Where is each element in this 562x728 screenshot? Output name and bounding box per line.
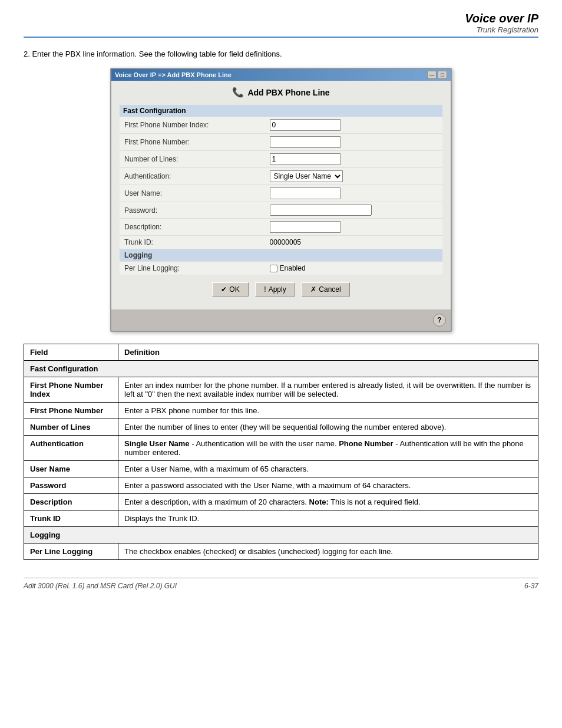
- table-row: Trunk ID: 00000005: [120, 236, 442, 249]
- cancel-button[interactable]: ✗ Cancel: [302, 282, 349, 297]
- logging-section-label: Logging: [24, 527, 538, 543]
- dialog-title-text: Voice Over IP => Add PBX Phone Line: [115, 71, 232, 78]
- dialog-window: Voice Over IP => Add PBX Phone Line ― □ …: [110, 68, 452, 332]
- definition-cell: Enter the number of lines to enter (they…: [118, 419, 538, 436]
- definition-cell: Enter a PBX phone number for this line.: [118, 403, 538, 419]
- field-label: User Name:: [120, 185, 265, 202]
- dialog-titlebar: Voice Over IP => Add PBX Phone Line ― □: [111, 69, 451, 81]
- field-label: Trunk ID:: [120, 236, 265, 249]
- list-item: Per Line Logging The checkbox enables (c…: [24, 543, 538, 560]
- list-item: Trunk ID Displays the Trunk ID.: [24, 510, 538, 527]
- field-label: Description:: [120, 219, 265, 236]
- checkmark-icon: ✔: [221, 285, 227, 294]
- field-name-cell: Description: [24, 494, 118, 510]
- field-label: Number of Lines:: [120, 151, 265, 168]
- dialog-footer: ?: [111, 309, 451, 331]
- list-item: User Name Enter a User Name, with a maxi…: [24, 461, 538, 477]
- field-label: First Phone Number Index:: [120, 117, 265, 134]
- username-input[interactable]: [270, 187, 340, 199]
- page-subtitle: Trunk Registration: [24, 25, 538, 34]
- field-name-cell: Password: [24, 477, 118, 494]
- description-input[interactable]: [270, 221, 340, 233]
- ok-button[interactable]: ✔ OK: [212, 282, 248, 297]
- field-name-cell: First Phone Number Index: [24, 377, 118, 403]
- help-button[interactable]: ?: [433, 314, 446, 327]
- per-line-logging-checkbox[interactable]: [270, 265, 277, 272]
- field-name-cell: Trunk ID: [24, 510, 118, 527]
- number-of-lines-input[interactable]: [270, 153, 340, 165]
- apply-button[interactable]: ! Apply: [255, 282, 295, 297]
- table-row: First Phone Number Index:: [120, 117, 442, 134]
- maximize-button[interactable]: □: [438, 71, 447, 79]
- table-row: Authentication: Single User Name Phone N…: [120, 168, 442, 185]
- form-table: First Phone Number Index: First Phone Nu…: [120, 117, 442, 275]
- field-name-cell: Per Line Logging: [24, 543, 118, 560]
- table-row: Number of Lines:: [120, 151, 442, 168]
- list-item: Number of Lines Enter the number of line…: [24, 419, 538, 436]
- list-item: First Phone Number Index Enter an index …: [24, 377, 538, 403]
- fast-config-section-row: Fast Configuration: [24, 361, 538, 377]
- definition-cell: Single User Name - Authentication will b…: [118, 436, 538, 461]
- page-footer: Adit 3000 (Rel. 1.6) and MSR Card (Rel 2…: [24, 578, 538, 590]
- footer-right: 6-37: [524, 582, 538, 590]
- field-name-cell: Authentication: [24, 436, 118, 461]
- definition-cell: Enter a password associated with the Use…: [118, 477, 538, 494]
- logging-header: Logging: [120, 249, 442, 262]
- fast-config-header: Fast Configuration: [120, 105, 442, 117]
- page-title: Voice over IP: [24, 12, 538, 25]
- table-row: User Name:: [120, 185, 442, 202]
- titlebar-buttons: ― □: [427, 71, 447, 79]
- dialog-heading: 📞 Add PBX Phone Line: [120, 87, 442, 98]
- per-line-logging-label[interactable]: Enabled: [270, 264, 438, 272]
- field-name-cell: Number of Lines: [24, 419, 118, 436]
- definition-cell: Enter a description, with a maximum of 2…: [118, 494, 538, 510]
- dialog-buttons: ✔ OK ! Apply ✗ Cancel: [120, 275, 442, 301]
- field-name-cell: User Name: [24, 461, 118, 477]
- definition-cell: Enter an index number for the phone numb…: [118, 377, 538, 403]
- first-phone-index-input[interactable]: [270, 119, 340, 131]
- phone-icon: 📞: [232, 87, 244, 98]
- field-label: First Phone Number:: [120, 134, 265, 151]
- field-label: Password:: [120, 202, 265, 219]
- authentication-select[interactable]: Single User Name Phone Number: [270, 170, 343, 182]
- first-phone-number-input[interactable]: [270, 136, 340, 148]
- definition-cell: Enter a User Name, with a maximum of 65 …: [118, 461, 538, 477]
- apply-icon: !: [264, 285, 266, 294]
- field-name-cell: First Phone Number: [24, 403, 118, 419]
- col-field-header: Field: [24, 344, 118, 361]
- table-row: Description:: [120, 219, 442, 236]
- intro-text: 2. Enter the PBX line information. See t…: [24, 50, 538, 58]
- page-header: Voice over IP Trunk Registration: [24, 12, 538, 38]
- password-input[interactable]: [270, 205, 372, 216]
- dialog-content: 📞 Add PBX Phone Line Fast Configuration …: [111, 81, 451, 309]
- definition-table: Field Definition Fast Configuration Firs…: [24, 344, 538, 560]
- field-label: Authentication:: [120, 168, 265, 185]
- minimize-button[interactable]: ―: [427, 71, 437, 79]
- list-item: Authentication Single User Name - Authen…: [24, 436, 538, 461]
- cancel-icon: ✗: [310, 285, 316, 294]
- table-row: Password:: [120, 202, 442, 219]
- definition-cell: The checkbox enables (checked) or disabl…: [118, 543, 538, 560]
- logging-section-row: Logging: [120, 249, 442, 262]
- definition-cell: Displays the Trunk ID.: [118, 510, 538, 527]
- list-item: Description Enter a description, with a …: [24, 494, 538, 510]
- col-definition-header: Definition: [118, 344, 538, 361]
- field-label: Per Line Logging:: [120, 262, 265, 275]
- list-item: First Phone Number Enter a PBX phone num…: [24, 403, 538, 419]
- table-row: First Phone Number:: [120, 134, 442, 151]
- logging-section-row: Logging: [24, 527, 538, 543]
- footer-left: Adit 3000 (Rel. 1.6) and MSR Card (Rel 2…: [24, 582, 177, 590]
- table-row: Per Line Logging: Enabled: [120, 262, 442, 275]
- list-item: Password Enter a password associated wit…: [24, 477, 538, 494]
- trunk-id-value: 00000005: [270, 238, 301, 246]
- fast-config-section-label: Fast Configuration: [24, 361, 538, 377]
